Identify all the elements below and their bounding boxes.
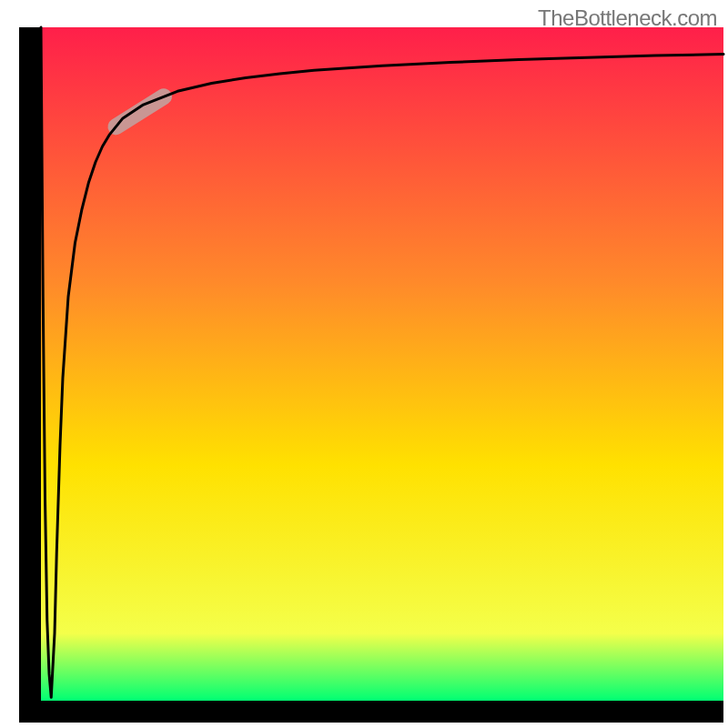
chart-stage: TheBottleneck.com [0,0,728,728]
watermark-text: TheBottleneck.com [538,5,717,31]
plot-background [41,27,723,701]
chart-svg [0,0,728,728]
